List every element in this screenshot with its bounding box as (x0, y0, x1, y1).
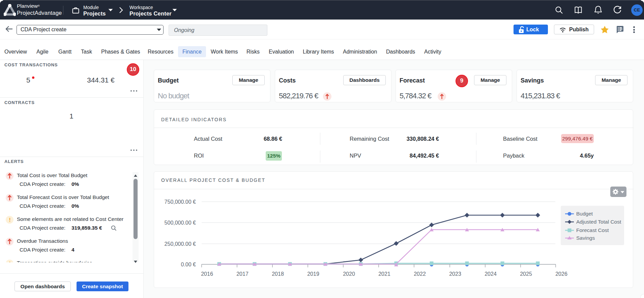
svg-text:2022: 2022 (414, 271, 426, 277)
svg-text:2021: 2021 (378, 271, 390, 277)
svg-text:0.00 €: 0.00 € (181, 262, 196, 267)
svg-text:2020: 2020 (343, 271, 355, 277)
svg-text:2017: 2017 (236, 271, 248, 277)
svg-text:2016: 2016 (201, 271, 213, 277)
svg-text:2025: 2025 (520, 271, 532, 277)
svg-text:2026: 2026 (555, 271, 567, 277)
svg-text:2018: 2018 (272, 271, 284, 277)
svg-text:750,000.00 €: 750,000.00 € (165, 199, 196, 205)
svg-text:2019: 2019 (307, 271, 319, 277)
svg-text:250,000.00 €: 250,000.00 € (165, 241, 196, 247)
svg-text:2023: 2023 (449, 271, 461, 277)
svg-text:500,000.00 €: 500,000.00 € (165, 220, 196, 226)
svg-text:2024: 2024 (485, 271, 497, 277)
